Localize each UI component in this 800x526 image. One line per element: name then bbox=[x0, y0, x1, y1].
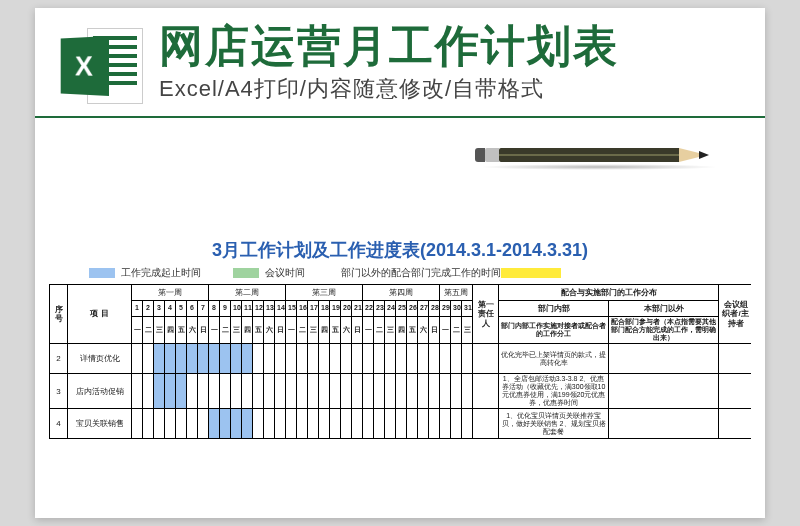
gantt-cell bbox=[253, 374, 264, 409]
gantt-cell bbox=[231, 374, 242, 409]
col-day-num: 15 bbox=[286, 301, 297, 317]
gantt-cell bbox=[308, 344, 319, 374]
gantt-cell bbox=[407, 374, 418, 409]
col-day-num: 12 bbox=[253, 301, 264, 317]
gantt-cell bbox=[165, 374, 176, 409]
cell-seq: 4 bbox=[50, 409, 68, 439]
spreadsheet-preview: 3月工作计划及工作进度表(2014.3.1-2014.3.31) 工作完成起止时… bbox=[49, 238, 751, 518]
col-day-wd: 四 bbox=[242, 317, 253, 344]
col-day-wd: 二 bbox=[451, 317, 462, 344]
col-outer-dept: 本部门以外 bbox=[609, 301, 719, 317]
gantt-cell bbox=[429, 344, 440, 374]
col-day-num: 3 bbox=[154, 301, 165, 317]
col-day-wd: 一 bbox=[132, 317, 143, 344]
gantt-cell bbox=[451, 344, 462, 374]
col-day-wd: 日 bbox=[275, 317, 286, 344]
col-day-wd: 五 bbox=[407, 317, 418, 344]
page-subtitle: Excel/A4打印/内容随意修改/自带格式 bbox=[159, 74, 745, 104]
col-day-num: 18 bbox=[319, 301, 330, 317]
cell-meeting bbox=[719, 344, 751, 374]
gantt-cell bbox=[242, 409, 253, 439]
col-day-wd: 三 bbox=[385, 317, 396, 344]
col-day-wd: 三 bbox=[308, 317, 319, 344]
col-day-num: 25 bbox=[396, 301, 407, 317]
gantt-cell bbox=[418, 409, 429, 439]
gantt-cell bbox=[242, 374, 253, 409]
col-day-num: 6 bbox=[187, 301, 198, 317]
gantt-cell bbox=[418, 344, 429, 374]
cell-project: 详情页优化 bbox=[68, 344, 132, 374]
gantt-cell bbox=[275, 374, 286, 409]
gantt-cell bbox=[308, 374, 319, 409]
col-day-wd: 二 bbox=[143, 317, 154, 344]
gantt-cell bbox=[154, 374, 165, 409]
cell-outer bbox=[609, 344, 719, 374]
gantt-cell bbox=[209, 344, 220, 374]
legend-label-blue: 工作完成起止时间 bbox=[121, 266, 201, 280]
page-title: 网店运营月工作计划表 bbox=[159, 22, 745, 70]
gantt-cell bbox=[451, 409, 462, 439]
cell-owner bbox=[473, 344, 499, 374]
col-day-num: 17 bbox=[308, 301, 319, 317]
col-day-wd: 五 bbox=[253, 317, 264, 344]
legend-swatch-blue bbox=[89, 268, 115, 278]
col-project: 项 目 bbox=[68, 285, 132, 344]
col-day-num: 27 bbox=[418, 301, 429, 317]
col-day-num: 13 bbox=[264, 301, 275, 317]
gantt-cell bbox=[352, 374, 363, 409]
col-day-wd: 六 bbox=[264, 317, 275, 344]
gantt-cell bbox=[143, 409, 154, 439]
gantt-cell bbox=[198, 344, 209, 374]
col-day-wd: 四 bbox=[319, 317, 330, 344]
col-week: 第四周 bbox=[363, 285, 440, 301]
gantt-cell bbox=[209, 374, 220, 409]
col-day-wd: 一 bbox=[440, 317, 451, 344]
cell-inner: 1、全店包邮活动3.3-3.8 2、优惠券活动（收藏优先，满300领取10元优惠… bbox=[499, 374, 609, 409]
col-day-num: 9 bbox=[220, 301, 231, 317]
gantt-cell bbox=[297, 374, 308, 409]
gantt-cell bbox=[363, 409, 374, 439]
gantt-cell bbox=[176, 409, 187, 439]
gantt-cell bbox=[165, 344, 176, 374]
gantt-cell bbox=[352, 409, 363, 439]
col-day-wd: 日 bbox=[429, 317, 440, 344]
gantt-cell bbox=[297, 344, 308, 374]
gantt-cell bbox=[352, 344, 363, 374]
cell-owner bbox=[473, 374, 499, 409]
gantt-cell bbox=[462, 409, 473, 439]
gantt-cell bbox=[154, 409, 165, 439]
table-row: 4宝贝关联销售1、优化宝贝详情页关联推荐宝贝，做好关联销售 2、规划宝贝搭配套餐 bbox=[50, 409, 752, 439]
col-day-wd: 六 bbox=[418, 317, 429, 344]
gantt-cell bbox=[132, 344, 143, 374]
gantt-cell bbox=[198, 409, 209, 439]
col-week: 第二周 bbox=[209, 285, 286, 301]
cell-inner: 1、优化宝贝详情页关联推荐宝贝，做好关联销售 2、规划宝贝搭配套餐 bbox=[499, 409, 609, 439]
cell-meeting bbox=[719, 409, 751, 439]
col-day-wd: 一 bbox=[286, 317, 297, 344]
col-day-num: 23 bbox=[374, 301, 385, 317]
gantt-cell bbox=[330, 409, 341, 439]
gantt-cell bbox=[231, 409, 242, 439]
gantt-cell bbox=[275, 409, 286, 439]
col-day-wd: 二 bbox=[374, 317, 385, 344]
col-day-num: 2 bbox=[143, 301, 154, 317]
col-day-wd: 五 bbox=[330, 317, 341, 344]
col-day-num: 29 bbox=[440, 301, 451, 317]
gantt-cell bbox=[440, 344, 451, 374]
gantt-cell bbox=[253, 409, 264, 439]
cell-project: 宝贝关联销售 bbox=[68, 409, 132, 439]
gantt-cell bbox=[429, 374, 440, 409]
col-day-num: 7 bbox=[198, 301, 209, 317]
col-day-wd: 三 bbox=[154, 317, 165, 344]
col-day-wd: 二 bbox=[220, 317, 231, 344]
gantt-cell bbox=[330, 344, 341, 374]
gantt-cell bbox=[286, 344, 297, 374]
gantt-cell bbox=[341, 374, 352, 409]
col-day-wd: 六 bbox=[341, 317, 352, 344]
col-day-wd: 五 bbox=[176, 317, 187, 344]
gantt-cell bbox=[220, 344, 231, 374]
cell-seq: 3 bbox=[50, 374, 68, 409]
gantt-cell bbox=[396, 374, 407, 409]
gantt-cell bbox=[319, 344, 330, 374]
excel-icon: X bbox=[55, 22, 143, 110]
